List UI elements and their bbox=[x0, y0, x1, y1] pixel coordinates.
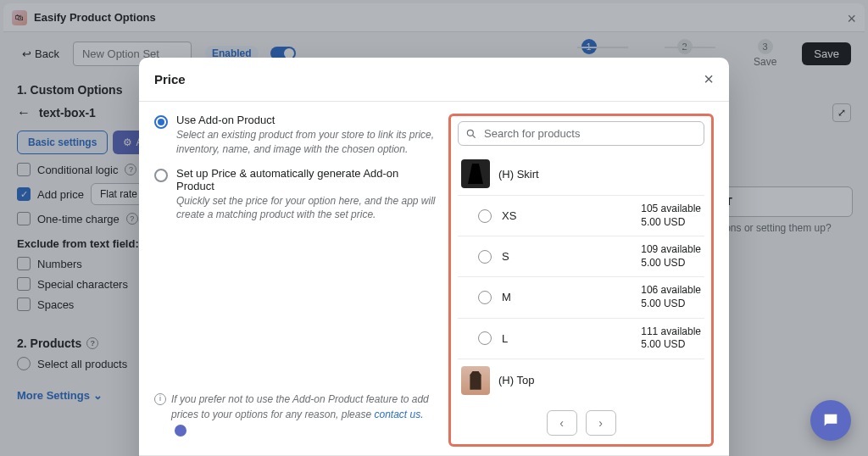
search-icon bbox=[465, 128, 477, 140]
variant-price: 5.00 USD bbox=[641, 338, 701, 352]
variant-row[interactable]: M 106 available5.00 USD bbox=[458, 277, 704, 318]
svg-line-1 bbox=[473, 135, 476, 137]
variant-name: L bbox=[502, 332, 508, 345]
product-search-input[interactable]: Search for products bbox=[458, 121, 704, 146]
search-placeholder: Search for products bbox=[484, 127, 580, 140]
price-modal: Price × Use Add-on Product Select an exi… bbox=[139, 58, 729, 456]
variant-available: 109 available bbox=[641, 243, 701, 257]
footnote: If you prefer not to use the Add-on Prod… bbox=[171, 392, 438, 437]
next-page-button[interactable]: › bbox=[586, 410, 616, 436]
product-row-top[interactable]: (H) Top bbox=[458, 359, 704, 402]
variant-radio[interactable] bbox=[478, 291, 492, 304]
variant-radio[interactable] bbox=[478, 209, 492, 223]
contact-link[interactable]: contact us. bbox=[374, 409, 423, 420]
variant-price: 5.00 USD bbox=[641, 257, 701, 270]
use-addon-label: Use Add-on Product bbox=[176, 114, 438, 126]
product-picker-panel: Search for products (H) Skirt XS 105 ava… bbox=[448, 114, 714, 447]
setup-price-radio[interactable] bbox=[154, 169, 168, 182]
info-icon: i bbox=[154, 393, 166, 405]
variant-row[interactable]: XS 105 available5.00 USD bbox=[458, 196, 704, 236]
variant-name: S bbox=[502, 250, 509, 263]
variant-available: 106 available bbox=[641, 284, 701, 298]
modal-title: Price bbox=[154, 72, 186, 86]
setup-price-desc: Quickly set the price for your option he… bbox=[176, 194, 438, 223]
variant-radio[interactable] bbox=[478, 331, 492, 345]
variant-price: 5.00 USD bbox=[641, 216, 701, 230]
product-row-skirt[interactable]: (H) Skirt bbox=[458, 153, 704, 196]
variant-radio[interactable] bbox=[478, 250, 492, 264]
variant-row[interactable]: S 109 available5.00 USD bbox=[458, 236, 704, 277]
variant-price: 5.00 USD bbox=[641, 298, 701, 311]
product-name: (H) Top bbox=[498, 374, 534, 386]
chat-fab[interactable] bbox=[810, 400, 851, 441]
product-thumb bbox=[461, 366, 490, 395]
product-thumb bbox=[461, 159, 490, 188]
variant-row[interactable]: L 111 available5.00 USD bbox=[458, 319, 704, 359]
product-name: (H) Skirt bbox=[498, 168, 539, 181]
chat-icon bbox=[821, 411, 840, 430]
variant-name: M bbox=[502, 291, 511, 303]
chat-bubble-icon bbox=[175, 425, 186, 437]
variant-available: 105 available bbox=[641, 203, 701, 216]
svg-point-0 bbox=[467, 130, 473, 136]
setup-price-label: Set up Price & automatically generate Ad… bbox=[176, 167, 438, 192]
variant-available: 111 available bbox=[641, 325, 701, 339]
variant-name: XS bbox=[502, 209, 516, 222]
use-addon-desc: Select an existing product from your sto… bbox=[176, 128, 438, 157]
prev-page-button[interactable]: ‹ bbox=[547, 410, 577, 436]
use-addon-radio[interactable] bbox=[154, 115, 168, 129]
close-icon[interactable]: × bbox=[704, 70, 714, 89]
